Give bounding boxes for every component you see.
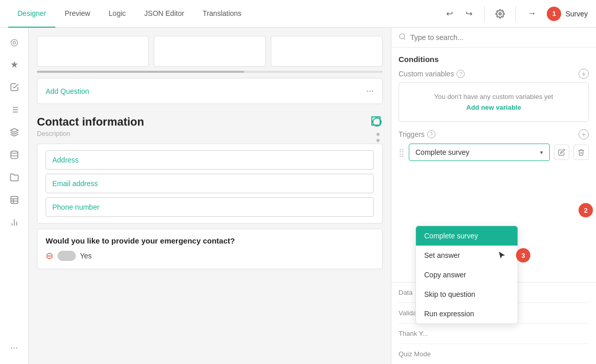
trigger-selected-label: Complete survey — [415, 148, 469, 156]
redo-button[interactable]: ↪ — [461, 6, 477, 22]
triggers-help-icon[interactable]: ? — [427, 130, 435, 138]
undo-button[interactable]: ↩ — [441, 6, 458, 22]
custom-variables-label-left: Custom variables ? — [399, 70, 465, 78]
dropdown-item-run-expression[interactable]: Run expression — [416, 304, 518, 323]
add-question-bar: Add Question ··· — [37, 78, 383, 104]
sidebar-icon-chart[interactable] — [4, 212, 25, 233]
svg-point-17 — [400, 34, 405, 39]
question-option: ⊖ Yes — [46, 250, 374, 261]
tab-translations[interactable]: Translations — [193, 0, 251, 28]
dropdown-item-copy-answer[interactable]: Copy answer — [416, 265, 518, 285]
add-custom-var-button[interactable]: + — [579, 69, 589, 79]
sidebar-icon-list[interactable] — [4, 99, 25, 120]
svg-line-18 — [404, 38, 405, 39]
tab-quiz-mode[interactable]: Quiz Mode — [399, 344, 589, 364]
custom-variables-label: Custom variables — [399, 70, 454, 78]
conditions-heading: Conditions — [399, 55, 589, 64]
tab-logic[interactable]: Logic — [100, 0, 135, 28]
canvas-card-2 — [154, 36, 266, 67]
panel-icon: → — [527, 8, 536, 19]
tab-designer[interactable]: Designer — [8, 0, 55, 28]
settings-icon — [495, 9, 505, 18]
more-options-button[interactable]: ··· — [366, 86, 374, 96]
panel-toggle-button[interactable]: → — [523, 6, 540, 22]
sidebar-icon-more[interactable]: ··· — [4, 337, 25, 358]
triggers-label-left: Triggers ? — [399, 130, 435, 138]
trigger-dropdown[interactable]: Complete survey ▾ — [409, 144, 550, 161]
sidebar-icon-layers[interactable] — [4, 122, 25, 143]
canvas-top-cards — [29, 28, 391, 67]
nav-divider-2 — [515, 6, 516, 22]
sidebar-icon-table[interactable] — [4, 190, 25, 210]
add-variable-link[interactable]: Add new variable — [405, 104, 582, 111]
triggers-row: Triggers ? + — [399, 129, 589, 139]
top-nav: Designer Preview Logic JSON Editor Trans… — [0, 0, 596, 28]
phone-field[interactable]: Phone number — [46, 197, 374, 217]
section-desc: Description — [37, 130, 383, 137]
badge-number: 1 — [547, 7, 561, 21]
nav-divider — [484, 6, 485, 22]
delete-trigger-button[interactable] — [573, 145, 589, 160]
add-trigger-button[interactable]: + — [579, 129, 589, 139]
search-bar — [391, 28, 596, 48]
tab-thank-you[interactable]: Thank Y... — [399, 323, 589, 344]
custom-variables-header: Custom variables ? + — [399, 69, 589, 79]
dropdown-item-complete-survey[interactable]: Complete survey — [416, 226, 518, 246]
sidebar-icon-star[interactable]: ★ — [4, 54, 25, 75]
search-icon — [399, 33, 406, 42]
canvas-card-3 — [271, 36, 383, 67]
badge-2: 2 — [579, 203, 593, 217]
badge-3: 3 — [516, 248, 530, 262]
trigger-dropdown-menu: Complete survey Set answer Copy answer S… — [415, 226, 518, 324]
toggle-switch[interactable] — [57, 251, 76, 261]
scroll-bar[interactable] — [37, 71, 383, 73]
dropdown-item-set-answer[interactable]: Set answer — [416, 246, 518, 265]
svg-marker-7 — [10, 129, 18, 133]
tab-preview[interactable]: Preview — [55, 0, 100, 28]
minus-icon[interactable]: ⊖ — [46, 250, 53, 261]
svg-point-8 — [11, 151, 18, 154]
question-block: Would you like to provide your emergency… — [37, 229, 383, 269]
address-field[interactable]: Address — [46, 150, 374, 170]
left-sidebar: ◎ ★ ··· — [0, 28, 29, 364]
section-title: Contact information — [37, 115, 383, 129]
svg-point-16 — [373, 118, 381, 126]
email-field[interactable]: Email address — [46, 174, 374, 193]
trigger-item: ⣿ Complete survey ▾ — [399, 144, 589, 161]
settings-button[interactable] — [492, 6, 508, 22]
survey-label: Survey — [565, 10, 588, 18]
survey-badge: 1 Survey — [547, 7, 588, 21]
help-icon[interactable]: ? — [456, 70, 465, 78]
dropdown-item-skip-to-question[interactable]: Skip to question — [416, 285, 518, 304]
canvas-card-1 — [37, 36, 149, 67]
edit-trigger-button[interactable] — [554, 145, 569, 160]
sidebar-icon-database[interactable] — [4, 145, 25, 165]
custom-variables-box: You don't have any custom variables yet … — [399, 82, 589, 122]
drag-handle[interactable]: ⣿ — [399, 148, 405, 157]
redo-icon: ↪ — [466, 9, 472, 18]
custom-variables-empty-text: You don't have any custom variables yet — [405, 93, 582, 100]
svg-point-0 — [499, 12, 502, 15]
section-status-icon — [371, 116, 381, 126]
undo-icon: ↩ — [446, 9, 453, 18]
sidebar-icon-folder[interactable] — [4, 167, 25, 188]
section-dot-top — [376, 133, 380, 136]
add-question-button[interactable]: Add Question — [46, 87, 89, 95]
triggers-label: Triggers — [399, 130, 425, 138]
scroll-bar-area — [29, 71, 391, 73]
yes-label: Yes — [80, 252, 92, 260]
form-section: Address Email address Phone number — [37, 144, 383, 224]
dropdown-arrow: ▾ — [540, 149, 543, 156]
search-input[interactable] — [410, 33, 589, 42]
sidebar-icon-target[interactable]: ◎ — [4, 32, 25, 52]
tab-json-editor[interactable]: JSON Editor — [135, 0, 193, 28]
main-canvas: Add Question ··· Contact information Des… — [29, 28, 391, 364]
svg-rect-9 — [11, 196, 18, 204]
sidebar-icon-check[interactable] — [4, 77, 25, 97]
scroll-bar-inner — [37, 71, 244, 73]
section-dot-bottom — [376, 139, 380, 142]
section-header: Contact information Description — [29, 109, 391, 139]
question-text: Would you like to provide your emergency… — [46, 236, 374, 245]
